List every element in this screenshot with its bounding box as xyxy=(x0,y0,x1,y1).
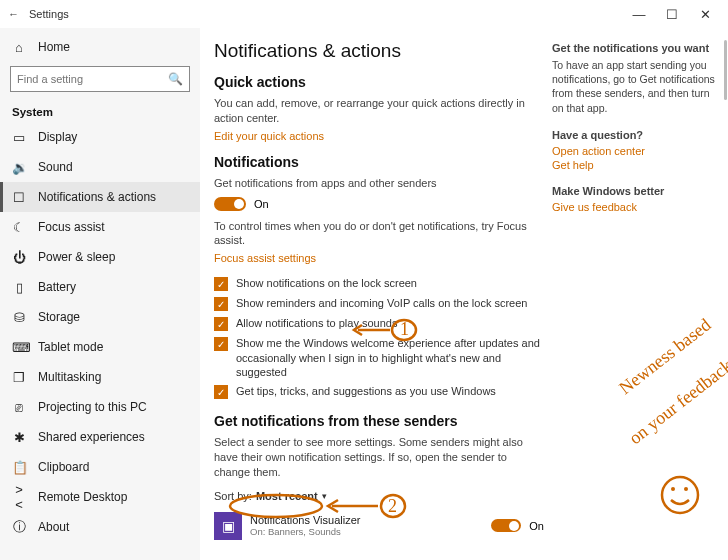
power-sleep-icon: ⏻ xyxy=(12,250,26,265)
sidebar-item-multitasking[interactable]: ❐Multitasking xyxy=(0,362,200,392)
checkbox-label: Show me the Windows welcome experience a… xyxy=(236,336,544,379)
sidebar-item-label: Sound xyxy=(38,160,73,174)
maximize-button[interactable]: ☐ xyxy=(657,7,687,22)
checkbox[interactable]: ✓ xyxy=(214,317,228,331)
sender-tile-icon: ▣ xyxy=(214,512,242,540)
checkbox[interactable]: ✓ xyxy=(214,277,228,291)
notifications-toggle-label: Get notifications from apps and other se… xyxy=(214,176,544,191)
tablet-mode-icon: ⌨ xyxy=(12,340,26,355)
sidebar-section-system: System xyxy=(0,100,200,122)
sidebar-item-label: Focus assist xyxy=(38,220,105,234)
sidebar-item-display[interactable]: ▭Display xyxy=(0,122,200,152)
aux-heading-3: Make Windows better xyxy=(552,185,722,197)
sidebar-item-label: Display xyxy=(38,130,77,144)
aux-heading-2: Have a question? xyxy=(552,129,722,141)
sidebar-item-sound[interactable]: 🔉Sound xyxy=(0,152,200,182)
sidebar: ⌂ Home 🔍 System ▭Display🔉Sound☐Notificat… xyxy=(0,28,200,560)
sidebar-item-label: Notifications & actions xyxy=(38,190,156,204)
sidebar-item-label: Storage xyxy=(38,310,80,324)
focus-assist-icon: ☾ xyxy=(12,220,26,235)
senders-text: Select a sender to see more settings. So… xyxy=(214,435,544,480)
focus-assist-text: To control times when you do or don't ge… xyxy=(214,219,544,249)
toggle-state: On xyxy=(254,198,269,210)
minimize-button[interactable]: — xyxy=(624,7,654,22)
checkbox-label: Get tips, tricks, and suggestions as you… xyxy=(236,384,496,398)
sender-row[interactable]: ▣ Notifications Visualizer On: Banners, … xyxy=(214,508,544,544)
checkbox[interactable]: ✓ xyxy=(214,385,228,399)
sidebar-item-projecting-to-this-pc[interactable]: ⎚Projecting to this PC xyxy=(0,392,200,422)
notifications-actions-icon: ☐ xyxy=(12,190,26,205)
about-icon: ⓘ xyxy=(12,518,26,536)
shared-experiences-icon: ✱ xyxy=(12,430,26,445)
projecting-to-this-pc-icon: ⎚ xyxy=(12,400,26,415)
clipboard-icon: 📋 xyxy=(12,460,26,475)
close-button[interactable]: ✕ xyxy=(690,7,720,22)
search-icon: 🔍 xyxy=(168,72,183,86)
sidebar-item-label: Power & sleep xyxy=(38,250,115,264)
sidebar-item-label: Remote Desktop xyxy=(38,490,127,504)
scrollbar[interactable] xyxy=(724,40,727,100)
open-action-center-link[interactable]: Open action center xyxy=(552,145,722,157)
main-panel: Notifications & actions Quick actions Yo… xyxy=(200,28,728,560)
senders-heading: Get notifications from these senders xyxy=(214,413,544,429)
edit-quick-actions-link[interactable]: Edit your quick actions xyxy=(214,130,544,142)
page-title: Notifications & actions xyxy=(214,40,544,62)
sidebar-item-power-sleep[interactable]: ⏻Power & sleep xyxy=(0,242,200,272)
home-icon: ⌂ xyxy=(12,40,26,55)
sender-detail: On: Banners, Sounds xyxy=(250,526,483,537)
checkbox[interactable]: ✓ xyxy=(214,337,228,351)
aux-text-1: To have an app start sending you notific… xyxy=(552,58,722,115)
sidebar-item-label: Tablet mode xyxy=(38,340,103,354)
back-button[interactable]: ← xyxy=(8,8,19,20)
focus-assist-link[interactable]: Focus assist settings xyxy=(214,252,544,264)
checkbox-label: Show reminders and incoming VoIP calls o… xyxy=(236,296,527,310)
checkbox-row: ✓Show reminders and incoming VoIP calls … xyxy=(214,296,544,311)
search-field[interactable] xyxy=(17,73,168,85)
sidebar-item-storage[interactable]: ⛁Storage xyxy=(0,302,200,332)
checkbox-row: ✓Get tips, tricks, and suggestions as yo… xyxy=(214,384,544,399)
sidebar-item-shared-experiences[interactable]: ✱Shared experiences xyxy=(0,422,200,452)
storage-icon: ⛁ xyxy=(12,310,26,325)
sidebar-item-label: About xyxy=(38,520,69,534)
quick-actions-heading: Quick actions xyxy=(214,74,544,90)
sidebar-item-about[interactable]: ⓘAbout xyxy=(0,512,200,542)
sidebar-item-tablet-mode[interactable]: ⌨Tablet mode xyxy=(0,332,200,362)
chevron-down-icon: ▾ xyxy=(322,491,327,501)
quick-actions-text: You can add, remove, or rearrange your q… xyxy=(214,96,544,126)
checkbox-label: Allow notifications to play sounds xyxy=(236,316,397,330)
sort-value: Most recent xyxy=(256,490,318,502)
sidebar-item-label: Multitasking xyxy=(38,370,101,384)
aux-heading-1: Get the notifications you want xyxy=(552,42,722,54)
sidebar-item-focus-assist[interactable]: ☾Focus assist xyxy=(0,212,200,242)
sender-name: Notifications Visualizer xyxy=(250,514,483,526)
display-icon: ▭ xyxy=(12,130,26,145)
sender-toggle[interactable] xyxy=(491,519,521,532)
sidebar-item-label: Projecting to this PC xyxy=(38,400,147,414)
sidebar-item-notifications-actions[interactable]: ☐Notifications & actions xyxy=(0,182,200,212)
sidebar-item-clipboard[interactable]: 📋Clipboard xyxy=(0,452,200,482)
sidebar-item-label: Home xyxy=(38,40,70,54)
search-input[interactable]: 🔍 xyxy=(10,66,190,92)
sidebar-item-home[interactable]: ⌂ Home xyxy=(0,32,200,62)
battery-icon: ▯ xyxy=(12,280,26,295)
notifications-toggle[interactable] xyxy=(214,197,246,211)
sort-dropdown[interactable]: Sort by: Most recent ▾ xyxy=(214,490,544,502)
notifications-heading: Notifications xyxy=(214,154,544,170)
sort-label: Sort by: xyxy=(214,490,252,502)
remote-desktop-icon: >< xyxy=(12,482,26,512)
sender-state: On xyxy=(529,520,544,532)
checkbox-row: ✓Show me the Windows welcome experience … xyxy=(214,336,544,379)
sidebar-item-label: Battery xyxy=(38,280,76,294)
checkbox-row: ✓Show notifications on the lock screen xyxy=(214,276,544,291)
give-feedback-link[interactable]: Give us feedback xyxy=(552,201,722,213)
checkbox[interactable]: ✓ xyxy=(214,297,228,311)
sidebar-item-battery[interactable]: ▯Battery xyxy=(0,272,200,302)
titlebar: ← Settings — ☐ ✕ xyxy=(0,0,728,28)
checkbox-label: Show notifications on the lock screen xyxy=(236,276,417,290)
checkbox-row: ✓Allow notifications to play sounds xyxy=(214,316,544,331)
get-help-link[interactable]: Get help xyxy=(552,159,722,171)
sidebar-item-label: Shared experiences xyxy=(38,430,145,444)
app-title: Settings xyxy=(29,8,69,20)
sidebar-item-remote-desktop[interactable]: ><Remote Desktop xyxy=(0,482,200,512)
sidebar-item-label: Clipboard xyxy=(38,460,89,474)
